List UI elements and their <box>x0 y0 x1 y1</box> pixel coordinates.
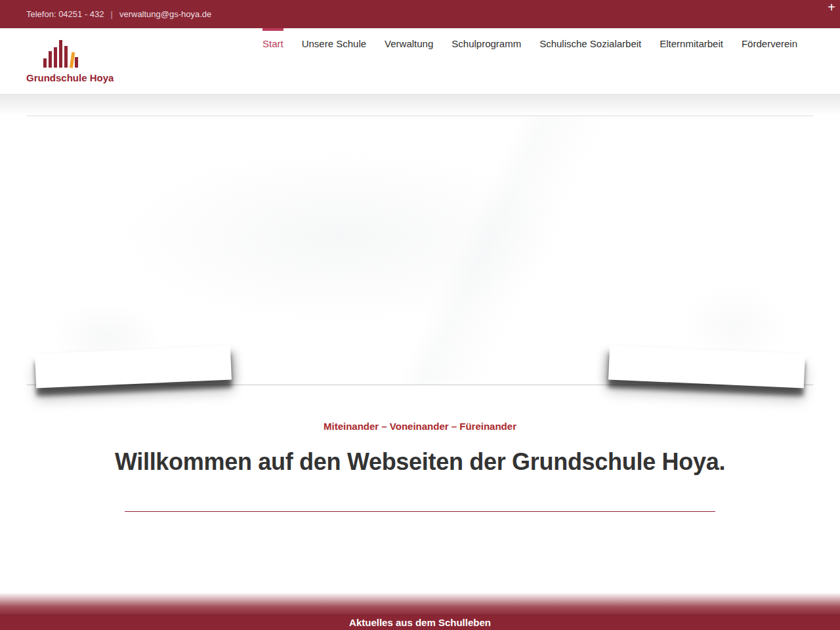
news-section-header: Aktuelles aus dem Schulleben <box>0 593 840 630</box>
logo-bars-icon <box>43 39 114 68</box>
nav-item-elternmitarbeit[interactable]: Elternmitarbeit <box>660 28 723 49</box>
header-drop-shadow <box>0 94 840 116</box>
news-section-title: Aktuelles aus dem Schulleben <box>0 617 840 628</box>
hero-image <box>27 116 813 385</box>
logo-bar <box>49 51 52 68</box>
nav-item-verwaltung[interactable]: Verwaltung <box>385 28 433 49</box>
page-curl-shadow-right <box>608 346 805 388</box>
logo-title: Grundschule Hoya <box>26 72 114 83</box>
main-nav: Start Unsere Schule Verwaltung Schulprog… <box>262 28 814 94</box>
nav-item-unsere-schule[interactable]: Unsere Schule <box>302 28 366 49</box>
nav-item-start[interactable]: Start <box>262 28 284 49</box>
site-logo[interactable]: Grundschule Hoya <box>26 28 114 94</box>
logo-bar <box>43 58 47 68</box>
page-title: Willkommen auf den Webseiten der Grundsc… <box>0 448 840 476</box>
hero-tagline: Miteinander – Voneinander – Füreinander <box>0 421 840 432</box>
title-divider <box>125 511 715 512</box>
topbar-separator: | <box>111 9 113 19</box>
page-curl-shadow-left <box>35 346 232 388</box>
top-contact-bar-content: Telefon: 04251 - 432 | verwaltung@gs-hoy… <box>26 9 814 19</box>
site-header: Grundschule Hoya Start Unsere Schule Ver… <box>0 28 840 94</box>
nav-item-foerderverein[interactable]: Förderverein <box>742 28 797 49</box>
nav-item-schulprogramm[interactable]: Schulprogramm <box>452 28 521 49</box>
email-link[interactable]: verwaltung@gs-hoya.de <box>119 9 211 19</box>
sliding-bar-toggle-plus-icon[interactable]: + <box>828 0 835 14</box>
logo-bar <box>54 47 57 68</box>
phone-number: Telefon: 04251 - 432 <box>26 9 104 19</box>
logo-bar <box>64 46 68 68</box>
logo-bar <box>59 40 62 68</box>
nav-item-schulische-sozialarbeit[interactable]: Schulische Sozialarbeit <box>539 28 641 49</box>
logo-bar <box>75 57 78 68</box>
top-contact-bar: Telefon: 04251 - 432 | verwaltung@gs-hoy… <box>0 0 840 28</box>
